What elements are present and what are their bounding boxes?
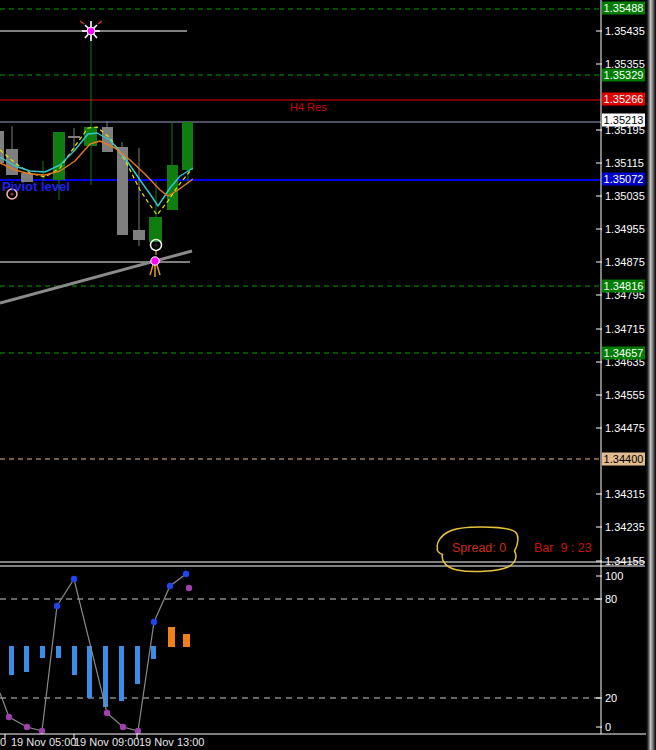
osc-scale-label: 0	[605, 721, 611, 733]
osc-bar	[24, 646, 29, 672]
osc-bar	[119, 646, 124, 701]
price-badge: 1.35266	[602, 93, 645, 106]
pivot-level-label: Piviot level	[2, 179, 70, 194]
chart-plot[interactable]	[0, 0, 656, 750]
osc-dot-low	[120, 724, 126, 730]
osc-dot-high	[151, 619, 157, 625]
star-ray-red-icon	[98, 21, 102, 24]
candle-body	[149, 217, 162, 242]
price-tick-label: 1.34235	[605, 521, 645, 533]
osc-dot-high	[167, 583, 173, 589]
osc-bar	[40, 646, 45, 658]
trendline	[0, 251, 192, 303]
osc-dot-high	[54, 603, 60, 609]
osc-dot-low	[24, 724, 30, 730]
osc-dot-low	[104, 710, 110, 716]
osc-dot-high	[183, 571, 189, 577]
price-badge: 1.34816	[602, 280, 645, 293]
osc-bar	[168, 627, 175, 647]
time-tick-label: 19 Nov 13:00	[139, 736, 204, 748]
fork-marker-icon	[150, 265, 153, 275]
osc-bar	[72, 646, 77, 675]
doji-cross	[68, 136, 80, 138]
price-tick-label: 1.34715	[605, 323, 645, 335]
bar-countdown-annotation: Bar 9 : 23	[534, 541, 592, 555]
circle-dot-center	[154, 243, 157, 246]
osc-scale-label: 100	[605, 570, 623, 582]
osc-bar	[87, 646, 92, 698]
window-edge	[646, 0, 656, 750]
time-tick-label: 0	[0, 736, 6, 748]
osc-bar	[9, 646, 14, 675]
price-badge: 1.35329	[602, 69, 645, 82]
price-badge: 1.35213	[602, 114, 645, 127]
spread-annotation: Spread: 0	[452, 541, 506, 555]
h4-resistance-label: H4 Res	[290, 101, 327, 113]
star-ray-red-icon	[80, 21, 84, 24]
price-badge: 1.34400	[602, 453, 645, 466]
candle-body	[182, 122, 193, 170]
time-tick-label: 19 Nov 09:00	[74, 736, 139, 748]
price-tick-label: 1.34475	[605, 422, 645, 434]
price-badge: 1.34657	[602, 347, 645, 360]
price-tick-label: 1.35035	[605, 190, 645, 202]
fork-marker-icon	[157, 265, 160, 275]
osc-bar	[135, 646, 140, 684]
buy-signal-star-icon	[87, 27, 95, 35]
osc-bar	[183, 634, 190, 647]
price-tick-label: 1.34875	[605, 256, 645, 268]
osc-dot-high	[71, 576, 77, 582]
price-tick-label: 1.35435	[605, 25, 645, 37]
osc-dot-low	[186, 585, 192, 591]
price-tick-label: 1.34315	[605, 488, 645, 500]
price-tick-label: 1.35115	[605, 157, 644, 169]
price-badge: 1.35488	[602, 2, 645, 15]
osc-scale-label: 80	[605, 593, 617, 605]
osc-bar	[56, 646, 61, 658]
osc-scale-label: 20	[605, 692, 617, 704]
price-tick-label: 1.34555	[605, 389, 645, 401]
osc-dot-low	[6, 714, 12, 720]
price-tick-label: 1.34155	[605, 555, 645, 567]
candle-body	[133, 230, 145, 240]
price-tick-label: 1.34955	[605, 223, 645, 235]
sell-signal-dot-icon	[151, 257, 159, 265]
osc-bar	[151, 646, 156, 659]
trading-chart-window: H4 Res Piviot level Spread: 0 Bar 9 : 23…	[0, 0, 656, 750]
time-tick-label: 19 Nov 05:00	[11, 736, 76, 748]
price-badge: 1.35072	[602, 173, 645, 186]
